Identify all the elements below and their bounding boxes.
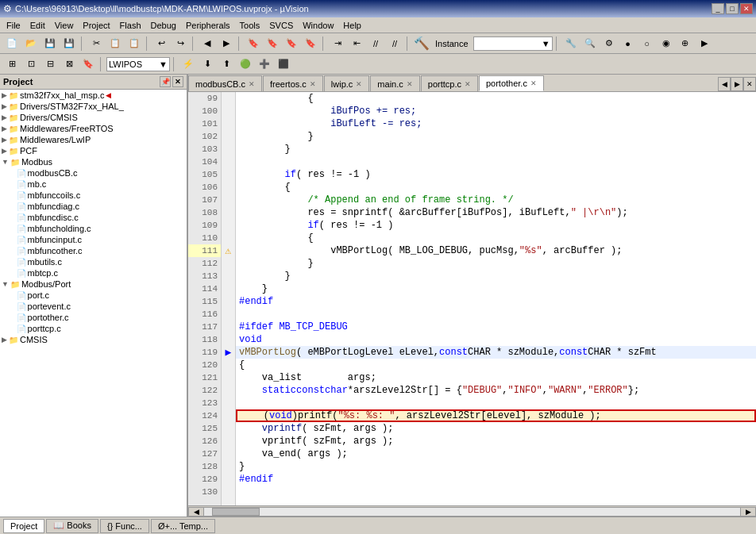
- tree-item-drv-stm32[interactable]: ▶ 📁 Drivers/STM32F7xx_HAL_: [0, 101, 187, 112]
- bookmark2-btn[interactable]: 🔖: [264, 36, 281, 52]
- tab-modbuscb[interactable]: modbusCB.c ✕: [188, 75, 262, 91]
- build-btn[interactable]: 🔨: [413, 36, 430, 52]
- save-all-btn[interactable]: 💾: [60, 36, 78, 52]
- copy-btn[interactable]: 📋: [106, 36, 124, 52]
- tab-main[interactable]: main.c ✕: [370, 75, 419, 91]
- extra-btn8[interactable]: ▶: [696, 36, 713, 52]
- tree-item-mw-freertos[interactable]: ▶ 📁 Middlewares/FreeRTOS: [0, 123, 187, 134]
- tree-item-mbutils[interactable]: 📄 mbutils.c: [0, 256, 187, 267]
- indent-btn[interactable]: ⇥: [329, 36, 346, 52]
- extra-btn5[interactable]: ○: [638, 36, 656, 52]
- target-dropdown[interactable]: LWIPOS ▼: [106, 57, 170, 71]
- tab-close-icon[interactable]: ✕: [310, 80, 316, 88]
- extra-btn2[interactable]: 🔍: [581, 36, 599, 52]
- menu-debug[interactable]: Debug: [146, 19, 181, 32]
- tree-item-pcf[interactable]: ▶ 📁 PCF: [0, 145, 187, 156]
- tb2-btn2[interactable]: ⊡: [22, 56, 40, 72]
- menu-help[interactable]: Help: [338, 19, 366, 32]
- tab-close-icon[interactable]: ✕: [407, 80, 413, 88]
- tree-item-modbus-port[interactable]: ▼ 📁 Modbus/Port: [0, 279, 187, 290]
- tree-item-mbfunccoils[interactable]: 📄 mbfunccoils.c: [0, 190, 187, 201]
- tree-item-porttcp[interactable]: 📄 porttcp.c: [0, 323, 187, 334]
- nav-back-btn[interactable]: ◀: [199, 36, 216, 52]
- bookmark3-btn[interactable]: 🔖: [283, 36, 300, 52]
- tab-close-icon[interactable]: ✕: [465, 80, 471, 88]
- tab-scroll-right[interactable]: ▶: [731, 77, 743, 91]
- tb2-btn7[interactable]: ⬇: [199, 56, 216, 72]
- tree-item-cmsis[interactable]: ▶ 📁 CMSIS: [0, 334, 187, 345]
- tb2-btn9[interactable]: 🟢: [237, 56, 254, 72]
- tab-scroll-left[interactable]: ◀: [718, 77, 731, 91]
- tab-portother[interactable]: portother.c ✕: [479, 75, 544, 91]
- redo-btn[interactable]: ↪: [172, 36, 189, 52]
- menu-flash[interactable]: Flash: [115, 19, 146, 32]
- bottom-tab-project[interactable]: Project: [3, 519, 44, 533]
- extra-btn4[interactable]: ●: [619, 36, 637, 52]
- tree-item-mbfuncdisc[interactable]: 📄 mbfuncdisc.c: [0, 212, 187, 223]
- tree-item-mbfuncholding[interactable]: 📄 mbfuncholding.c: [0, 223, 187, 234]
- bottom-tab-books[interactable]: 📖 Books: [46, 519, 98, 533]
- tab-lwip[interactable]: lwip.c ✕: [324, 75, 370, 91]
- tree-item-port[interactable]: 📄 port.c: [0, 290, 187, 301]
- extra-btn3[interactable]: ⚙: [600, 36, 618, 52]
- cut-btn[interactable]: ✂: [87, 36, 105, 52]
- scroll-left-btn[interactable]: ◀: [188, 507, 204, 517]
- maximize-button[interactable]: □: [726, 3, 739, 14]
- tab-close-all[interactable]: ✕: [743, 77, 756, 91]
- project-pin-btn[interactable]: 📌: [160, 76, 171, 87]
- tab-close-icon[interactable]: ✕: [530, 79, 537, 87]
- tree-item-mb[interactable]: 📄 mb.c: [0, 179, 187, 190]
- bottom-tab-func[interactable]: {} Func...: [100, 519, 149, 533]
- tree-item-mbtcp[interactable]: 📄 mbtcp.c: [0, 267, 187, 279]
- scroll-right-btn[interactable]: ▶: [740, 507, 756, 517]
- tb2-btn8[interactable]: ⬆: [218, 56, 235, 72]
- tree-item-mbfuncother[interactable]: 📄 mbfuncother.c: [0, 245, 187, 256]
- tab-porttcp[interactable]: porttcp.c ✕: [421, 75, 478, 91]
- tb2-btn6[interactable]: ⚡: [179, 56, 197, 72]
- scroll-thumb[interactable]: [212, 508, 260, 516]
- tb2-btn10[interactable]: ➕: [256, 56, 273, 72]
- menu-svcs[interactable]: SVCS: [264, 19, 298, 32]
- tb2-btn11[interactable]: ⬛: [275, 56, 292, 72]
- bookmark-btn[interactable]: 🔖: [245, 36, 262, 52]
- tree-item-drv-cmsis[interactable]: ▶ 📁 Drivers/CMSIS: [0, 112, 187, 123]
- menu-project[interactable]: Project: [78, 19, 114, 32]
- bottom-tab-temp[interactable]: Ø+... Temp...: [151, 519, 215, 533]
- save-btn[interactable]: 💾: [41, 36, 59, 52]
- menu-file[interactable]: File: [2, 19, 25, 32]
- menu-peripherals[interactable]: Peripherals: [181, 19, 235, 32]
- tree-item-modbus-cb[interactable]: 📄 modbusCB.c: [0, 167, 187, 179]
- tab-freertos[interactable]: freertos.c ✕: [263, 75, 323, 91]
- close-button[interactable]: ✕: [740, 3, 753, 14]
- nav-fwd-btn[interactable]: ▶: [218, 36, 235, 52]
- tab-close-icon[interactable]: ✕: [249, 80, 255, 88]
- tb2-btn4[interactable]: ⊠: [60, 56, 78, 72]
- project-close-btn[interactable]: ✕: [172, 76, 183, 87]
- unindent-btn[interactable]: ⇤: [348, 36, 365, 52]
- menu-tools[interactable]: Tools: [235, 19, 265, 32]
- extra-btn7[interactable]: ⊕: [677, 36, 694, 52]
- menu-window[interactable]: Window: [298, 19, 338, 32]
- comment-btn[interactable]: //: [367, 36, 384, 52]
- extra-btn6[interactable]: ◉: [658, 36, 675, 52]
- tree-item-stm32[interactable]: ▶ 📁 stm32f7xx_hal_msp.c ◀: [0, 90, 187, 101]
- tree-item-mbfuncinput[interactable]: 📄 mbfuncinput.c: [0, 234, 187, 245]
- tb2-btn5[interactable]: 🔖: [79, 56, 97, 72]
- tree-item-mw-lwip[interactable]: ▶ 📁 Middlewares/LwIP: [0, 134, 187, 145]
- menu-view[interactable]: View: [50, 19, 79, 32]
- uncomment-btn[interactable]: //: [386, 36, 403, 52]
- menu-edit[interactable]: Edit: [25, 19, 50, 32]
- tb2-btn1[interactable]: ⊞: [3, 56, 21, 72]
- new-file-btn[interactable]: 📄: [3, 36, 21, 52]
- open-btn[interactable]: 📂: [22, 36, 40, 52]
- extra-btn1[interactable]: 🔧: [562, 36, 580, 52]
- instance-dropdown[interactable]: ▼: [473, 36, 553, 51]
- tb2-btn3[interactable]: ⊟: [41, 56, 59, 72]
- undo-btn[interactable]: ↩: [152, 36, 170, 52]
- bookmark4-btn[interactable]: 🔖: [302, 36, 319, 52]
- paste-btn[interactable]: 📋: [125, 36, 143, 52]
- code-lines[interactable]: { iBufPos += res; iBufLeft -= res; } } i…: [236, 92, 756, 505]
- minimize-button[interactable]: _: [712, 3, 724, 14]
- horizontal-scrollbar[interactable]: ◀ ▶: [188, 505, 756, 517]
- tab-close-icon[interactable]: ✕: [356, 80, 362, 88]
